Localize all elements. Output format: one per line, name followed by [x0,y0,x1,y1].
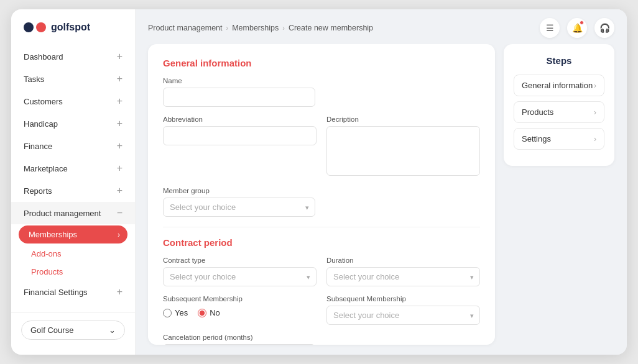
member-group-select[interactable]: Select your choice [163,198,315,217]
subsequent-select[interactable]: Select your choice [326,306,480,325]
sidebar-item-handicap[interactable]: Handicap + [11,112,135,135]
subsequent-select-wrapper: Select your choice ▾ [326,306,480,325]
steps-title: Steps [514,55,604,66]
notification-dot [580,20,584,25]
abbreviation-input[interactable] [163,126,317,145]
sidebar-item-product-management[interactable]: Product management − [11,202,135,224]
form-card: General information Name Abbreviation De… [148,44,495,345]
sidebar-item-addons[interactable]: Add-ons [11,245,135,263]
chevron-right-icon: › [594,135,596,143]
subsequent-select-label: Subsequent Membership [326,295,480,303]
sidebar-item-general-settings[interactable]: General Settings + [11,303,135,307]
sidebar-item-dashboard[interactable]: Dashboard + [11,45,135,68]
support-button[interactable]: 🎧 [594,18,614,38]
logo-dot-dark [24,22,34,32]
sidebar-item-finance[interactable]: Finance + [11,135,135,157]
notifications-button[interactable]: 🔔 [567,18,587,38]
radio-no[interactable] [198,309,206,317]
breadcrumb: Product management › Memberships › Creat… [148,24,373,32]
main-content: Product management › Memberships › Creat… [136,9,627,355]
headset-icon: 🎧 [599,23,610,33]
plus-icon: + [117,73,123,84]
plus-icon: + [117,286,123,298]
radio-yes-label[interactable]: Yes [163,308,188,317]
subsequent-row: Subsequent Membership Yes No [163,295,480,334]
subsequent-radio-group: Subsequent Membership Yes No [163,295,317,325]
duration-label: Duration [326,257,480,264]
menu-icon: ☰ [546,23,554,33]
name-input[interactable] [163,88,315,107]
golf-course-selector[interactable]: Golf Course ⌄ [21,321,125,340]
contract-duration-row: Contract type Select your choice ▾ Durat… [163,257,480,295]
sidebar-item-customers[interactable]: Customers + [11,90,135,112]
duration-select[interactable]: Select your choice [326,267,480,286]
cancellation-select[interactable]: Select your choice [163,344,315,345]
step-general-info[interactable]: General information › [514,75,604,96]
breadcrumb-sep: › [226,24,229,32]
name-group: Name [163,77,480,107]
abbreviation-group: Abbreviation [163,116,317,178]
description-input[interactable] [326,126,480,176]
logo-text: golfspot [51,22,90,33]
step-settings[interactable]: Settings › [514,128,604,150]
member-group-group: Member group Select your choice ▾ [163,187,315,217]
radio-group: Yes No [163,306,317,320]
cancellation-select-wrapper: Select your choice ▾ [163,344,315,345]
description-label: Decription [326,116,480,123]
plus-icon: + [117,118,123,129]
cancellation-group: Cancelation period (months) Select your … [163,334,315,345]
sub-nav: Memberships › Add-ons Products [11,225,135,281]
sidebar-item-financial-settings[interactable]: Financial Settings + [11,281,135,303]
content-area: General information Name Abbreviation De… [136,44,627,355]
chevron-down-icon: ⌄ [109,325,116,335]
description-group: Decription [326,116,480,178]
topbar-icons: ☰ 🔔 🎧 [540,18,614,38]
radio-yes[interactable] [163,309,172,317]
contract-type-select[interactable]: Select your choice [163,267,317,286]
logo-dot-red [36,22,46,32]
chevron-right-icon: › [594,108,596,117]
sidebar-nav: Dashboard + Tasks + Customers + Handicap… [11,45,135,307]
subsequent-select-group: Subsequent Membership Select your choice… [326,295,480,325]
plus-icon: + [117,51,123,62]
contract-type-group: Contract type Select your choice ▾ [163,257,317,286]
step-products[interactable]: Products › [514,101,604,123]
contract-type-label: Contract type [163,257,317,264]
cancellation-label: Cancelation period (months) [163,334,315,341]
member-group-select-wrapper: Select your choice ▾ [163,198,315,217]
duration-select-wrapper: Select your choice ▾ [326,267,480,286]
menu-button[interactable]: ☰ [540,18,560,38]
subsequent-label: Subsequent Membership [163,295,317,303]
plus-icon: + [117,140,123,152]
contract-type-select-wrapper: Select your choice ▾ [163,267,317,286]
sidebar-item-memberships[interactable]: Memberships › [19,225,127,243]
steps-card: Steps General information › Products › S… [504,44,614,166]
contract-period-title: Contract period [163,237,480,248]
sidebar-item-reports[interactable]: Reports + [11,180,135,202]
abbrev-desc-row: Abbreviation Decription [163,116,480,187]
chevron-right-icon: › [594,81,596,90]
sidebar-item-products[interactable]: Products [11,263,135,281]
sidebar-footer: Golf Course ⌄ [11,312,135,347]
duration-group: Duration Select your choice ▾ [326,257,480,286]
sidebar-item-marketplace[interactable]: Marketplace + [11,157,135,180]
logo: golfspot [11,22,135,45]
logo-dots [24,22,46,32]
topbar: Product management › Memberships › Creat… [136,9,627,44]
general-info-title: General information [163,58,480,68]
abbreviation-label: Abbreviation [163,116,317,123]
name-label: Name [163,77,480,84]
section-divider [163,227,480,227]
radio-no-label[interactable]: No [198,308,220,317]
sidebar: golfspot Dashboard + Tasks + Customers +… [11,9,136,355]
plus-icon: + [117,163,123,174]
plus-icon: + [117,185,123,196]
member-group-label: Member group [163,187,315,194]
sidebar-item-tasks[interactable]: Tasks + [11,68,135,90]
chevron-right-icon: › [118,230,120,239]
breadcrumb-sep: › [282,24,285,32]
minus-icon: − [117,207,123,219]
plus-icon: + [117,96,123,107]
